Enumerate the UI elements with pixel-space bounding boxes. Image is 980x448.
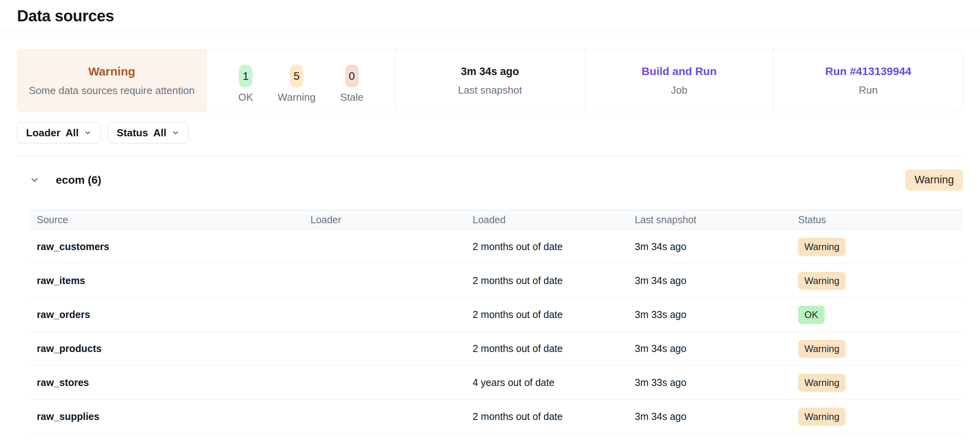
count-label-warning: Warning [278,91,316,104]
source-name: raw_stores [30,377,303,388]
last-snapshot-cell: 3m 33s ago [628,309,791,320]
column-header-loader: Loader [303,214,465,226]
loaded-cell: 2 months out of date [465,343,628,354]
loaded-cell: 2 months out of date [465,275,628,286]
overall-status-title: Warning [88,65,135,78]
source-name: raw_products [30,343,303,354]
count-label-ok: OK [238,91,253,104]
count-group-warning: 5Warning [278,65,316,104]
last-snapshot-cell: 3m 34s ago [628,411,791,422]
stat-cell-run: Run #413139944Run [774,50,963,112]
filter-loader-dropdown[interactable]: LoaderAll [17,122,101,143]
filter-loader-value: All [66,127,79,139]
count-pill-ok: 1 [239,65,252,87]
job-link[interactable]: Build and Run [641,65,717,78]
data-sources-table: SourceLoaderLoadedLast snapshotStatus ra… [30,209,963,434]
group-status-badge: Warning [905,169,963,190]
table-row-raw_items[interactable]: raw_items2 months out of date3m 34s agoW… [30,264,963,298]
last-snapshot-value: 3m 34s ago [461,66,519,78]
status-badge: OK [798,306,825,324]
stat-cell-job: Build and RunJob [585,50,774,112]
group-header-ecom[interactable]: ecom (6) Warning [17,169,963,190]
page-header: Data sources [0,0,980,32]
table-row-raw_stores[interactable]: raw_stores4 years out of date3m 33s agoW… [30,366,963,400]
filter-status-dropdown[interactable]: StatusAll [108,122,189,143]
run-link[interactable]: Run #413139944 [825,65,911,78]
last-snapshot-cell: 3m 33s ago [628,377,791,388]
column-header-last-snapshot: Last snapshot [628,214,791,226]
count-pill-stale: 0 [345,65,359,87]
stat-cell-last-snapshot: 3m 34s agoLast snapshot [395,50,584,112]
chevron-down-icon [172,129,180,137]
status-cell: Warning [791,238,963,256]
job-label: Job [671,84,687,96]
source-name: raw_customers [30,241,303,252]
loaded-cell: 2 months out of date [465,309,628,320]
run-label: Run [859,84,878,96]
source-name: raw_items [30,275,303,286]
column-header-loaded: Loaded [465,214,628,226]
table-row-raw_products[interactable]: raw_products2 months out of date3m 34s a… [30,332,963,366]
last-snapshot-cell: 3m 34s ago [628,241,791,252]
count-group-ok: 1OK [238,65,253,104]
source-name: raw_supplies [30,411,303,422]
count-pill-warning: 5 [290,65,303,87]
chevron-down-icon [84,129,92,137]
count-group-stale: 0Stale [340,65,363,104]
overall-status-card: Warning Some data sources require attent… [17,50,206,112]
status-cell: Warning [791,374,963,392]
filter-status-value: All [153,127,166,139]
filter-loader-label: Loader [26,127,61,139]
loaded-cell: 2 months out of date [465,411,628,422]
main-content: Warning Some data sources require attent… [0,49,980,434]
table-header-row: SourceLoaderLoadedLast snapshotStatus [30,209,963,230]
loaded-cell: 4 years out of date [465,377,628,388]
source-name: raw_orders [30,309,303,320]
last-snapshot-cell: 3m 34s ago [628,275,791,286]
filter-status-label: Status [117,127,148,139]
column-header-source: Source [30,214,303,226]
status-badge: Warning [798,408,846,426]
status-cell: Warning [791,272,963,290]
table-row-raw_orders[interactable]: raw_orders2 months out of date3m 33s ago… [30,298,963,332]
section-divider [17,156,963,156]
last-snapshot-label: Last snapshot [458,84,522,96]
status-badge: Warning [798,238,846,256]
status-counts: 1OK5Warning0Stale [206,50,395,112]
table-row-raw_customers[interactable]: raw_customers2 months out of date3m 34s … [30,230,963,264]
summary-cards: Warning Some data sources require attent… [17,49,963,112]
table-body: raw_customers2 months out of date3m 34s … [30,230,963,434]
page-title: Data sources [17,7,114,25]
status-cell: OK [791,306,963,324]
column-header-status: Status [791,214,963,226]
overall-status-subtitle: Some data sources require attention [29,85,195,97]
table-row-raw_supplies[interactable]: raw_supplies2 months out of date3m 34s a… [30,400,963,434]
loaded-cell: 2 months out of date [465,241,628,252]
chevron-down-icon[interactable] [29,175,40,185]
status-badge: Warning [798,272,846,290]
group-name: ecom (6) [56,174,101,186]
filters-bar: LoaderAllStatusAll [17,122,963,143]
status-cell: Warning [791,408,963,426]
status-badge: Warning [798,340,846,358]
group-header-left: ecom (6) [17,174,101,186]
last-snapshot-cell: 3m 34s ago [628,343,791,354]
status-badge: Warning [798,374,846,392]
count-label-stale: Stale [340,91,363,104]
status-cell: Warning [791,340,963,358]
